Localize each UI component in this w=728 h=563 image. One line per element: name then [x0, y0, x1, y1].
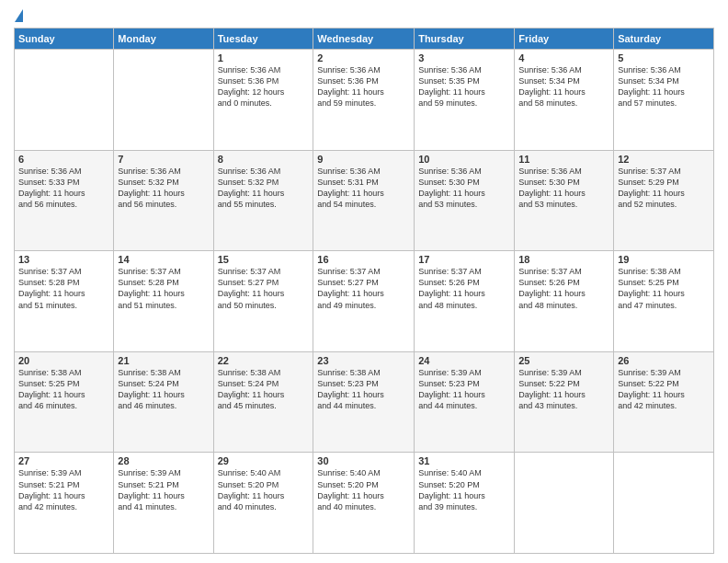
calendar-cell: 8Sunrise: 5:36 AM Sunset: 5:32 PM Daylig… — [213, 150, 313, 251]
cell-info: Sunrise: 5:36 AM Sunset: 5:32 PM Dayligh… — [118, 166, 209, 211]
cell-info: Sunrise: 5:36 AM Sunset: 5:36 PM Dayligh… — [317, 64, 410, 109]
day-number: 7 — [118, 154, 209, 165]
cell-info: Sunrise: 5:40 AM Sunset: 5:20 PM Dayligh… — [317, 467, 410, 512]
day-number: 31 — [418, 455, 510, 466]
day-number: 16 — [317, 254, 410, 265]
cell-info: Sunrise: 5:37 AM Sunset: 5:28 PM Dayligh… — [18, 266, 109, 311]
calendar-day-header: Monday — [114, 29, 213, 50]
calendar-cell — [15, 50, 114, 151]
day-number: 8 — [218, 154, 310, 165]
logo — [14, 9, 23, 20]
day-number: 1 — [218, 52, 310, 63]
calendar-day-header: Thursday — [415, 29, 515, 50]
day-number: 23 — [317, 355, 410, 366]
calendar-cell: 29Sunrise: 5:40 AM Sunset: 5:20 PM Dayli… — [213, 453, 313, 554]
cell-info: Sunrise: 5:39 AM Sunset: 5:22 PM Dayligh… — [618, 367, 710, 412]
cell-info: Sunrise: 5:37 AM Sunset: 5:26 PM Dayligh… — [418, 266, 510, 311]
day-number: 3 — [418, 52, 510, 63]
day-number: 29 — [218, 455, 310, 466]
logo-arrow-icon — [15, 9, 23, 22]
calendar-cell: 27Sunrise: 5:39 AM Sunset: 5:21 PM Dayli… — [15, 453, 114, 554]
day-number: 26 — [618, 355, 710, 366]
calendar-cell: 2Sunrise: 5:36 AM Sunset: 5:36 PM Daylig… — [313, 50, 415, 151]
cell-info: Sunrise: 5:36 AM Sunset: 5:34 PM Dayligh… — [518, 64, 609, 109]
calendar-cell: 20Sunrise: 5:38 AM Sunset: 5:25 PM Dayli… — [15, 351, 114, 453]
day-number: 14 — [118, 254, 209, 265]
calendar-cell: 13Sunrise: 5:37 AM Sunset: 5:28 PM Dayli… — [15, 251, 114, 352]
day-number: 28 — [118, 455, 209, 466]
day-number: 25 — [518, 355, 609, 366]
cell-info: Sunrise: 5:36 AM Sunset: 5:33 PM Dayligh… — [18, 166, 109, 211]
calendar-cell: 26Sunrise: 5:39 AM Sunset: 5:22 PM Dayli… — [614, 351, 714, 453]
cell-info: Sunrise: 5:39 AM Sunset: 5:22 PM Dayligh… — [518, 367, 609, 412]
cell-info: Sunrise: 5:39 AM Sunset: 5:23 PM Dayligh… — [418, 367, 510, 412]
day-number: 13 — [18, 254, 109, 265]
day-number: 30 — [317, 455, 410, 466]
calendar-cell: 9Sunrise: 5:36 AM Sunset: 5:31 PM Daylig… — [313, 150, 415, 251]
calendar-cell: 28Sunrise: 5:39 AM Sunset: 5:21 PM Dayli… — [114, 453, 213, 554]
cell-info: Sunrise: 5:37 AM Sunset: 5:27 PM Dayligh… — [218, 266, 310, 311]
logo-line1 — [14, 9, 23, 20]
calendar-cell: 31Sunrise: 5:40 AM Sunset: 5:20 PM Dayli… — [415, 453, 515, 554]
calendar-week-row: 13Sunrise: 5:37 AM Sunset: 5:28 PM Dayli… — [15, 251, 714, 352]
calendar-day-header: Tuesday — [213, 29, 313, 50]
calendar-week-row: 20Sunrise: 5:38 AM Sunset: 5:25 PM Dayli… — [15, 351, 714, 453]
calendar-day-header: Sunday — [15, 29, 114, 50]
calendar-cell: 22Sunrise: 5:38 AM Sunset: 5:24 PM Dayli… — [213, 351, 313, 453]
cell-info: Sunrise: 5:37 AM Sunset: 5:27 PM Dayligh… — [317, 266, 410, 311]
cell-info: Sunrise: 5:36 AM Sunset: 5:36 PM Dayligh… — [218, 64, 310, 109]
cell-info: Sunrise: 5:40 AM Sunset: 5:20 PM Dayligh… — [418, 467, 510, 512]
calendar-cell: 4Sunrise: 5:36 AM Sunset: 5:34 PM Daylig… — [515, 50, 614, 151]
calendar-table: SundayMondayTuesdayWednesdayThursdayFrid… — [14, 28, 714, 554]
calendar-cell: 16Sunrise: 5:37 AM Sunset: 5:27 PM Dayli… — [313, 251, 415, 352]
calendar-cell: 19Sunrise: 5:38 AM Sunset: 5:25 PM Dayli… — [614, 251, 714, 352]
cell-info: Sunrise: 5:36 AM Sunset: 5:31 PM Dayligh… — [317, 166, 410, 211]
calendar-cell: 6Sunrise: 5:36 AM Sunset: 5:33 PM Daylig… — [15, 150, 114, 251]
day-number: 6 — [18, 154, 109, 165]
calendar-cell: 25Sunrise: 5:39 AM Sunset: 5:22 PM Dayli… — [515, 351, 614, 453]
calendar-cell: 5Sunrise: 5:36 AM Sunset: 5:34 PM Daylig… — [614, 50, 714, 151]
calendar-cell: 23Sunrise: 5:38 AM Sunset: 5:23 PM Dayli… — [313, 351, 415, 453]
calendar-cell: 17Sunrise: 5:37 AM Sunset: 5:26 PM Dayli… — [415, 251, 515, 352]
cell-info: Sunrise: 5:36 AM Sunset: 5:30 PM Dayligh… — [418, 166, 510, 211]
page: SundayMondayTuesdayWednesdayThursdayFrid… — [0, 0, 728, 563]
calendar-cell: 15Sunrise: 5:37 AM Sunset: 5:27 PM Dayli… — [213, 251, 313, 352]
cell-info: Sunrise: 5:37 AM Sunset: 5:28 PM Dayligh… — [118, 266, 209, 311]
cell-info: Sunrise: 5:38 AM Sunset: 5:23 PM Dayligh… — [317, 367, 410, 412]
cell-info: Sunrise: 5:40 AM Sunset: 5:20 PM Dayligh… — [218, 467, 310, 512]
day-number: 12 — [618, 154, 710, 165]
day-number: 19 — [618, 254, 710, 265]
cell-info: Sunrise: 5:38 AM Sunset: 5:25 PM Dayligh… — [618, 266, 710, 311]
header — [14, 9, 714, 20]
calendar-header-row: SundayMondayTuesdayWednesdayThursdayFrid… — [15, 29, 714, 50]
cell-info: Sunrise: 5:38 AM Sunset: 5:24 PM Dayligh… — [118, 367, 209, 412]
day-number: 24 — [418, 355, 510, 366]
day-number: 5 — [618, 52, 710, 63]
cell-info: Sunrise: 5:37 AM Sunset: 5:29 PM Dayligh… — [618, 166, 710, 211]
calendar-cell: 12Sunrise: 5:37 AM Sunset: 5:29 PM Dayli… — [614, 150, 714, 251]
cell-info: Sunrise: 5:36 AM Sunset: 5:30 PM Dayligh… — [518, 166, 609, 211]
cell-info: Sunrise: 5:37 AM Sunset: 5:26 PM Dayligh… — [518, 266, 609, 311]
calendar-cell — [614, 453, 714, 554]
cell-info: Sunrise: 5:36 AM Sunset: 5:32 PM Dayligh… — [218, 166, 310, 211]
calendar-week-row: 1Sunrise: 5:36 AM Sunset: 5:36 PM Daylig… — [15, 50, 714, 151]
cell-info: Sunrise: 5:39 AM Sunset: 5:21 PM Dayligh… — [118, 467, 209, 512]
cell-info: Sunrise: 5:36 AM Sunset: 5:35 PM Dayligh… — [418, 64, 510, 109]
calendar-cell: 3Sunrise: 5:36 AM Sunset: 5:35 PM Daylig… — [415, 50, 515, 151]
calendar-cell: 10Sunrise: 5:36 AM Sunset: 5:30 PM Dayli… — [415, 150, 515, 251]
calendar-cell: 1Sunrise: 5:36 AM Sunset: 5:36 PM Daylig… — [213, 50, 313, 151]
day-number: 18 — [518, 254, 609, 265]
calendar-cell — [114, 50, 213, 151]
calendar-cell: 21Sunrise: 5:38 AM Sunset: 5:24 PM Dayli… — [114, 351, 213, 453]
calendar-day-header: Wednesday — [313, 29, 415, 50]
calendar-cell — [515, 453, 614, 554]
calendar-cell: 18Sunrise: 5:37 AM Sunset: 5:26 PM Dayli… — [515, 251, 614, 352]
day-number: 27 — [18, 455, 109, 466]
day-number: 15 — [218, 254, 310, 265]
calendar-week-row: 6Sunrise: 5:36 AM Sunset: 5:33 PM Daylig… — [15, 150, 714, 251]
calendar-cell: 24Sunrise: 5:39 AM Sunset: 5:23 PM Dayli… — [415, 351, 515, 453]
calendar-week-row: 27Sunrise: 5:39 AM Sunset: 5:21 PM Dayli… — [15, 453, 714, 554]
day-number: 9 — [317, 154, 410, 165]
day-number: 17 — [418, 254, 510, 265]
day-number: 11 — [518, 154, 609, 165]
